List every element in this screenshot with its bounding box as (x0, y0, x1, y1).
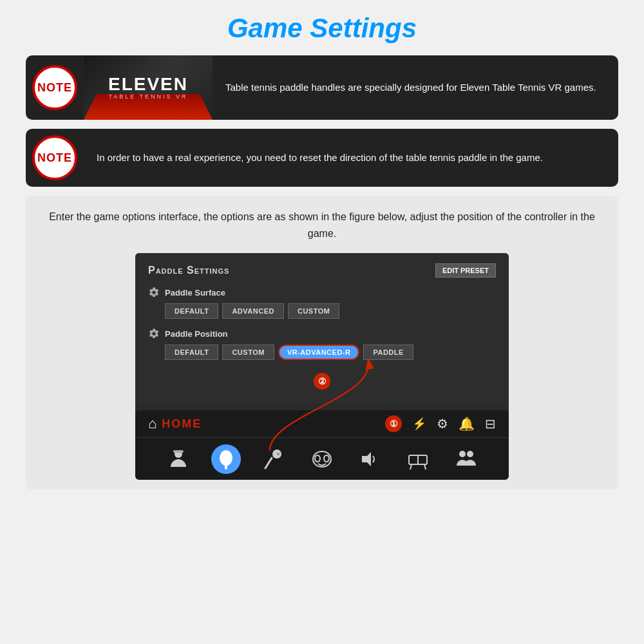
nav-table-icon[interactable] (403, 444, 432, 473)
position-custom-button[interactable]: CUSTOM (222, 345, 274, 360)
game-ui-wrapper: Paddle Settings EDIT PRESET Paddle Surfa… (135, 253, 509, 480)
surface-advanced-button[interactable]: ADVANCED (222, 303, 284, 319)
nav-top-row: ⌂ HOME ① ⚡ ⚙ 🔔 (135, 410, 509, 438)
nav-bottom-row (135, 438, 509, 480)
paddle-position-section: Paddle Position DEFAULT CUSTOM VR-ADVANC… (148, 328, 496, 360)
position-vr-advanced-button[interactable]: VR-ADVANCED-R (278, 345, 360, 360)
svg-point-10 (324, 455, 329, 462)
ps-header: Paddle Settings EDIT PRESET (148, 263, 496, 278)
home-icon: ⌂ (148, 415, 156, 432)
step1-circle: ① (385, 415, 402, 432)
note-badge-2: NOTE (26, 129, 84, 187)
paddle-settings-panel: Paddle Settings EDIT PRESET Paddle Surfa… (135, 253, 509, 402)
svg-point-7 (277, 453, 279, 455)
description-text: Enter the game options interface, the op… (45, 209, 599, 242)
svg-point-3 (220, 450, 232, 466)
paddle-position-label: Paddle Position (165, 329, 228, 339)
surface-custom-button[interactable]: CUSTOM (288, 303, 339, 319)
svg-line-14 (410, 464, 412, 469)
ps-panel-title: Paddle Settings (148, 265, 229, 276)
svg-rect-4 (225, 464, 227, 469)
note-text-2: In order to have a real experience, you … (84, 141, 556, 175)
eleven-main-text: ELEVEN (108, 75, 188, 93)
translate-icon[interactable]: ⚡ (412, 417, 426, 431)
paddle-surface-section: Paddle Surface DEFAULT ADVANCED CUSTOM (148, 287, 496, 319)
bottom-nav: ⌂ HOME ① ⚡ ⚙ 🔔 (135, 410, 509, 480)
gear-icon-position (148, 328, 160, 339)
svg-marker-11 (362, 452, 371, 466)
step2-annotation: ② (148, 369, 496, 392)
paddle-highlight-circle (211, 444, 241, 474)
notification-icon[interactable]: 🔔 (459, 416, 475, 431)
eleven-logo-section: ELEVEN TABLE TENNIS VR (84, 55, 213, 120)
paddle-position-header: Paddle Position (148, 328, 496, 339)
step1-annotation: ① (385, 415, 402, 432)
svg-line-15 (424, 464, 426, 469)
eleven-text-wrapper: ELEVEN TABLE TENNIS VR (108, 75, 188, 100)
step2-circle: ② (314, 373, 330, 390)
svg-point-16 (459, 451, 466, 457)
exit-icon[interactable]: ⊟ (485, 416, 496, 431)
page-title: Game Settings (26, 13, 618, 44)
paddle-surface-header: Paddle Surface (148, 287, 496, 298)
eleven-sub-text: TABLE TENNIS VR (108, 93, 188, 100)
nav-avatar-icon[interactable] (451, 444, 480, 473)
paddle-surface-buttons: DEFAULT ADVANCED CUSTOM (148, 303, 496, 319)
note-badge-1: NOTE (26, 59, 84, 117)
paddle-position-buttons: DEFAULT CUSTOM VR-ADVANCED-R PADDLE (148, 345, 496, 360)
svg-point-9 (315, 455, 320, 462)
main-content: Enter the game options interface, the op… (26, 196, 618, 489)
nav-volume-icon[interactable] (355, 444, 384, 473)
nav-paddle-icon[interactable] (212, 444, 241, 473)
paddle-surface-label: Paddle Surface (165, 288, 225, 298)
svg-line-6 (265, 458, 272, 468)
nav-top-icons: ⚡ ⚙ 🔔 ⊟ (412, 416, 496, 431)
note-text-1: Table tennis paddle handles are speciall… (213, 71, 609, 105)
svg-point-17 (467, 451, 473, 457)
nav-home-label: HOME (162, 417, 385, 431)
nav-paint-icon[interactable] (260, 444, 289, 473)
nav-player-icon[interactable] (164, 444, 193, 473)
svg-point-8 (313, 451, 331, 467)
note-banner-1: NOTE ELEVEN TABLE TENNIS VR Table tennis… (26, 55, 618, 120)
note-circle-2: NOTE (32, 135, 77, 180)
edit-preset-button[interactable]: EDIT PRESET (435, 263, 496, 278)
game-ui-container: Paddle Settings EDIT PRESET Paddle Surfa… (135, 253, 509, 480)
gear-icon-surface (148, 287, 160, 298)
note-circle-1: NOTE (32, 65, 77, 110)
position-paddle-button[interactable]: PADDLE (363, 345, 413, 360)
nav-mask-icon[interactable] (307, 444, 336, 473)
settings-icon[interactable]: ⚙ (437, 416, 448, 431)
surface-default-button[interactable]: DEFAULT (165, 303, 218, 319)
position-default-button[interactable]: DEFAULT (165, 345, 218, 360)
note-banner-2: NOTE In order to have a real experience,… (26, 129, 618, 187)
svg-rect-2 (173, 450, 184, 453)
